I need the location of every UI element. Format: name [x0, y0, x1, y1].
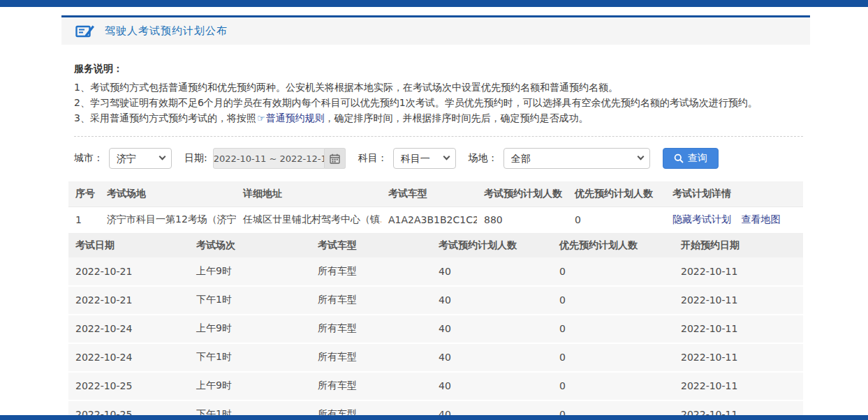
- note-3-suffix: ，确定排序时间，并根据排序时间先后，确定预约是否成功。: [325, 112, 589, 123]
- cell-site: 济宁市科目一第12考场（济宁支...: [100, 207, 236, 233]
- col-priority-count: 优先预约计划人数: [568, 181, 665, 207]
- site-label: 场地：: [469, 152, 498, 165]
- table-row: 2022-10-25 上午9时 所有车型 40 0 2022-10-11: [68, 372, 803, 400]
- service-notes-heading: 服务说明：: [74, 61, 797, 75]
- cell-start-date: 2022-10-11: [674, 343, 803, 372]
- site-select[interactable]: 全部: [503, 148, 650, 169]
- city-select[interactable]: 济宁: [109, 148, 172, 169]
- cell-address: 任城区廿里铺北村驾考中心（镇...: [236, 207, 381, 233]
- service-note-3: 3、采用普通预约方式预约考试的，将按照☞普通预约规则，确定排序时间，并根据排序时…: [74, 110, 797, 126]
- subject-select[interactable]: 科目一: [393, 148, 456, 169]
- cell-start-date: 2022-10-11: [674, 372, 803, 400]
- col-priority-count: 优先预约计划人数: [552, 234, 674, 257]
- search-button-label: 查询: [688, 152, 707, 165]
- col-exam-date: 考试日期: [68, 234, 189, 257]
- cell-vehicle-type: 所有车型: [311, 315, 432, 343]
- table-row: 2022-10-24 上午9时 所有车型 40 0 2022-10-11: [68, 315, 803, 343]
- cell-vehicle-type: 所有车型: [311, 257, 432, 286]
- search-icon: [674, 153, 684, 163]
- table-row: 2022-10-21 下午1时 所有车型 40 0 2022-10-11: [68, 286, 803, 315]
- exam-site-row: 1 济宁市科目一第12考场（济宁支... 任城区廿里铺北村驾考中心（镇... A…: [68, 207, 803, 233]
- hide-exam-plan-link[interactable]: 隐藏考试计划: [672, 213, 731, 225]
- cell-exam-date: 2022-10-24: [68, 343, 189, 372]
- col-plan-count: 考试预约计划人数: [432, 234, 552, 257]
- cell-plan-count: 880: [477, 207, 568, 233]
- panel-header: 驾驶人考试预约计划公布: [61, 15, 810, 45]
- date-label: 日期:: [184, 152, 207, 165]
- cell-priority-count: 0: [568, 207, 665, 233]
- cell-exam-date: 2022-10-24: [68, 315, 189, 343]
- cell-priority-count: 0: [552, 286, 674, 315]
- cell-priority-count: 0: [552, 343, 674, 372]
- note-3-prefix: 3、采用普通预约方式预约考试的，将按照: [74, 112, 256, 123]
- cell-index: 1: [68, 207, 100, 233]
- cell-exam-date: 2022-10-21: [68, 257, 189, 286]
- cell-session: 上午9时: [189, 257, 311, 286]
- city-label: 城市：: [74, 152, 103, 165]
- col-session: 考试场次: [189, 234, 311, 257]
- calendar-icon: [330, 153, 340, 164]
- cell-plan-count: 40: [432, 257, 552, 286]
- col-vehicle: 考试车型: [381, 181, 477, 207]
- col-vehicle-type: 考试车型: [311, 234, 432, 257]
- exam-plan-detail-table: 考试日期 考试场次 考试车型 考试预约计划人数 优先预约计划人数 开始预约日期 …: [68, 234, 803, 420]
- cell-start-date: 2022-10-11: [674, 257, 803, 286]
- cell-priority-count: 0: [552, 257, 674, 286]
- col-detail: 考试计划详情: [665, 181, 803, 207]
- cell-session: 下午1时: [189, 286, 311, 315]
- cell-plan-count: 40: [432, 315, 552, 343]
- search-button[interactable]: 查询: [663, 148, 719, 169]
- col-address: 详细地址: [236, 181, 381, 207]
- cell-session: 上午9时: [189, 315, 311, 343]
- cell-start-date: 2022-10-11: [674, 315, 803, 343]
- service-note-1: 1、考试预约方式包括普通预约和优先预约两种。公安机关将根据本地实际，在考试场次中…: [74, 80, 797, 95]
- cell-vehicle-type: 所有车型: [311, 286, 432, 315]
- col-start-date: 开始预约日期: [674, 234, 803, 257]
- page-title: 驾驶人考试预约计划公布: [105, 24, 228, 38]
- view-map-link[interactable]: 查看地图: [741, 213, 780, 225]
- clipboard-pen-icon: [75, 23, 95, 40]
- main-content: 驾驶人考试预约计划公布 服务说明： 1、考试预约方式包括普通预约和优先预约两种。…: [61, 15, 810, 420]
- service-note-2: 2、学习驾驶证明有效期不足6个月的学员在有效期内每个科目可以优先预约1次考试。学…: [74, 95, 797, 110]
- cell-exam-date: 2022-10-21: [68, 286, 189, 315]
- cell-start-date: 2022-10-11: [674, 286, 803, 315]
- cell-session: 上午9时: [189, 372, 311, 400]
- subject-label: 科目：: [358, 152, 388, 165]
- cell-exam-date: 2022-10-25: [68, 372, 189, 400]
- cell-plan-count: 40: [432, 286, 552, 315]
- cell-priority-count: 0: [552, 315, 674, 343]
- table-row: 2022-10-24 下午1时 所有车型 40 0 2022-10-11: [68, 343, 803, 372]
- cell-detail: 隐藏考试计划 查看地图: [665, 207, 803, 233]
- cell-session: 下午1时: [189, 343, 311, 372]
- exam-site-table: 序号 考试场地 详细地址 考试车型 考试预约计划人数 优先预约计划人数 考试计划…: [68, 181, 803, 234]
- service-notes: 服务说明： 1、考试预约方式包括普通预约和优先预约两种。公安机关将根据本地实际，…: [61, 45, 810, 126]
- table-row: 2022-10-21 上午9时 所有车型 40 0 2022-10-11: [68, 257, 803, 286]
- cell-vehicle-type: 所有车型: [311, 343, 432, 372]
- detail-header-row: 考试日期 考试场次 考试车型 考试预约计划人数 优先预约计划人数 开始预约日期: [68, 234, 803, 257]
- cell-priority-count: 0: [552, 372, 674, 400]
- cell-vehicle-type: 所有车型: [311, 372, 432, 400]
- bottom-bar: [0, 415, 868, 420]
- col-plan-count: 考试预约计划人数: [477, 181, 568, 207]
- col-site: 考试场地: [100, 181, 236, 207]
- cell-vehicle: A1A2A3B1B2C1C2...: [381, 207, 477, 233]
- cell-plan-count: 40: [432, 343, 552, 372]
- hand-pointer-icon: ☞: [257, 113, 265, 123]
- calendar-button[interactable]: [325, 148, 346, 169]
- top-bar: [0, 0, 868, 7]
- date-range-input[interactable]: [213, 148, 325, 169]
- cell-plan-count: 40: [432, 372, 552, 400]
- ordinary-booking-rules-link[interactable]: 普通预约规则: [266, 112, 325, 123]
- filter-bar: 城市： 济宁 日期:: [61, 137, 810, 179]
- date-range-group: [213, 148, 346, 169]
- exam-site-header-row: 序号 考试场地 详细地址 考试车型 考试预约计划人数 优先预约计划人数 考试计划…: [68, 181, 803, 207]
- col-index: 序号: [68, 181, 100, 207]
